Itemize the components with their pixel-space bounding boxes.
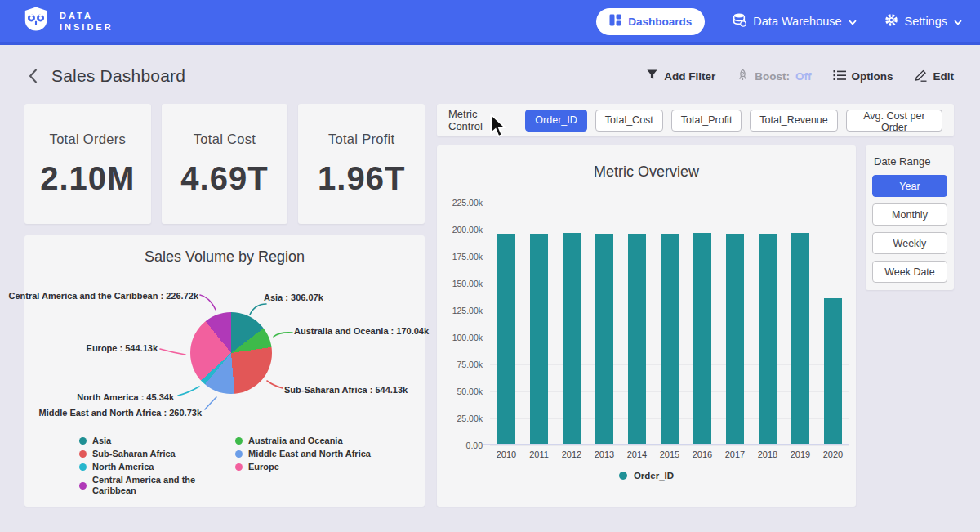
legend-dot: [235, 463, 243, 471]
legend-dot: [619, 472, 627, 480]
nav-dashboards-button[interactable]: Dashboards: [596, 8, 705, 35]
stat-value: 2.10M: [40, 160, 135, 197]
metric-option-order-id[interactable]: Order_ID: [525, 110, 586, 132]
chevron-down-icon: [849, 15, 857, 28]
pie-legend-column: Australia and OceaniaMiddle East and Nor…: [235, 436, 371, 496]
legend-dot: [79, 463, 87, 471]
pie-label-1: Australia and Oceania : 170.04k: [294, 326, 429, 336]
edit-button[interactable]: Edit: [915, 69, 955, 84]
gridline: [490, 445, 849, 446]
options-button[interactable]: Options: [833, 69, 893, 83]
nav-settings[interactable]: Settings: [884, 13, 962, 29]
date-range-option-weekly[interactable]: Weekly: [872, 232, 947, 254]
y-tick: 75.00k: [437, 360, 483, 369]
metric-control-bar: Metric Control Order_IDTotal_CostTotal_P…: [437, 104, 954, 136]
y-tick: 50.00k: [437, 387, 483, 396]
bar-2011[interactable]: [530, 234, 548, 445]
stats-row: Total Orders 2.10M Total Cost 4.69T Tota…: [24, 104, 425, 224]
x-tick: 2018: [751, 449, 784, 459]
bar-2017[interactable]: [726, 234, 744, 445]
y-tick: 150.00k: [437, 279, 483, 288]
y-tick: 0.00: [437, 440, 483, 450]
bar-2010[interactable]: [497, 234, 515, 445]
bar-chart-y-axis: 225.00k200.00k175.00k150.00k125.00k100.0…: [437, 203, 483, 445]
date-range-panel: Date Range YearMonthlyWeeklyWeek Date: [866, 145, 954, 290]
pie-legend-column: AsiaSub-Saharan AfricaNorth AmericaCentr…: [79, 436, 235, 496]
pie-legend-item[interactable]: Asia: [79, 436, 235, 446]
metric-option-avg-cost-per-order[interactable]: Avg. Cost per Order: [846, 110, 942, 132]
pie-label-4: North America : 45.34k: [77, 392, 174, 402]
pie-label-2: Sub-Saharan Africa : 544.13k: [284, 385, 408, 395]
pie-legend-item[interactable]: Sub-Saharan Africa: [79, 449, 235, 459]
page-title: Sales Dashboard: [51, 66, 185, 86]
x-tick: 2013: [588, 449, 621, 459]
x-tick: 2011: [523, 449, 555, 459]
legend-label: North America: [92, 462, 154, 472]
stat-value: 4.69T: [180, 160, 268, 197]
chevron-down-icon: [954, 15, 962, 28]
date-range-option-year[interactable]: Year: [872, 175, 947, 197]
legend-label: Sub-Saharan Africa: [92, 449, 176, 459]
bar-2013[interactable]: [595, 234, 613, 445]
x-tick: 2017: [719, 449, 751, 459]
legend-label: Order_ID: [634, 471, 674, 481]
pie-legend-item[interactable]: Central America and the Caribbean: [79, 475, 235, 496]
dashboards-grid-icon: [609, 14, 621, 29]
legend-label: Central America and the Caribbean: [92, 475, 235, 496]
y-tick: 175.00k: [437, 252, 483, 262]
bar-2019[interactable]: [791, 233, 809, 445]
x-tick: 2016: [686, 449, 719, 459]
pie-chart[interactable]: [190, 312, 272, 394]
y-tick: 200.00k: [437, 225, 483, 235]
pie-legend: AsiaSub-Saharan AfricaNorth AmericaCentr…: [79, 436, 371, 496]
boost-status: Off: [795, 70, 812, 83]
pie-legend-item[interactable]: Australia and Oceania: [235, 436, 371, 446]
date-range-label: Date Range: [874, 155, 947, 168]
bar-2012[interactable]: [563, 233, 581, 445]
metric-option-total-revenue[interactable]: Total_Revenue: [750, 110, 837, 132]
bar-chart-legend: Order_ID: [437, 471, 856, 481]
stat-label: Total Profit: [328, 132, 395, 147]
back-button[interactable]: [24, 65, 42, 87]
legend-label: Australia and Oceania: [248, 436, 343, 446]
pie-label-6: Central America and the Caribbean : 226.…: [8, 291, 198, 301]
bar-plot: [490, 203, 849, 445]
pie-legend-item[interactable]: Middle East and North Africa: [235, 449, 371, 459]
pie-label-5: Europe : 544.13k: [87, 343, 158, 353]
stat-card-total-orders: Total Orders 2.10M: [24, 104, 151, 224]
nav-data-warehouse[interactable]: Data Warehouse: [733, 13, 856, 29]
metric-option-total-cost[interactable]: Total_Cost: [595, 110, 663, 132]
metric-control-label: Metric Control: [448, 108, 512, 132]
metric-option-total-profit[interactable]: Total_Profit: [671, 110, 742, 132]
date-range-option-week-date[interactable]: Week Date: [872, 261, 947, 283]
y-tick: 125.00k: [437, 306, 483, 315]
pie-legend-item[interactable]: Europe: [235, 462, 371, 472]
database-icon: [733, 13, 746, 29]
legend-dot: [79, 482, 87, 490]
bar-2016[interactable]: [693, 233, 711, 445]
x-tick: 2014: [621, 449, 653, 459]
pie-legend-item[interactable]: North America: [79, 462, 235, 472]
page: Sales Dashboard Add Filter Boost: Off: [0, 45, 980, 532]
metric-overview-card: Metric Overview 225.00k200.00k175.00k150…: [437, 145, 856, 507]
page-header: Sales Dashboard Add Filter Boost: Off: [24, 61, 954, 91]
add-filter-button[interactable]: Add Filter: [646, 69, 715, 83]
x-tick: 2019: [784, 449, 817, 459]
legend-dot: [79, 437, 87, 445]
bars: [490, 203, 849, 445]
rocket-icon: [737, 69, 749, 84]
stat-label: Total Cost: [194, 132, 256, 147]
bar-2018[interactable]: [759, 234, 777, 445]
owl-logo-icon: [21, 5, 51, 38]
bar-2020[interactable]: [824, 298, 842, 445]
edit-pencil-icon: [915, 69, 928, 84]
x-tick: 2015: [653, 449, 686, 459]
date-range-option-monthly[interactable]: Monthly: [872, 203, 947, 226]
stat-card-total-cost: Total Cost 4.69T: [162, 104, 288, 224]
pie-chart-title: Sales Volume by Region: [24, 248, 425, 266]
bar-2015[interactable]: [661, 234, 679, 445]
bar-2014[interactable]: [628, 234, 646, 445]
legend-label: Asia: [92, 436, 111, 446]
boost-toggle[interactable]: Boost: Off: [737, 69, 811, 84]
date-range-options: YearMonthlyWeeklyWeek Date: [872, 175, 947, 283]
